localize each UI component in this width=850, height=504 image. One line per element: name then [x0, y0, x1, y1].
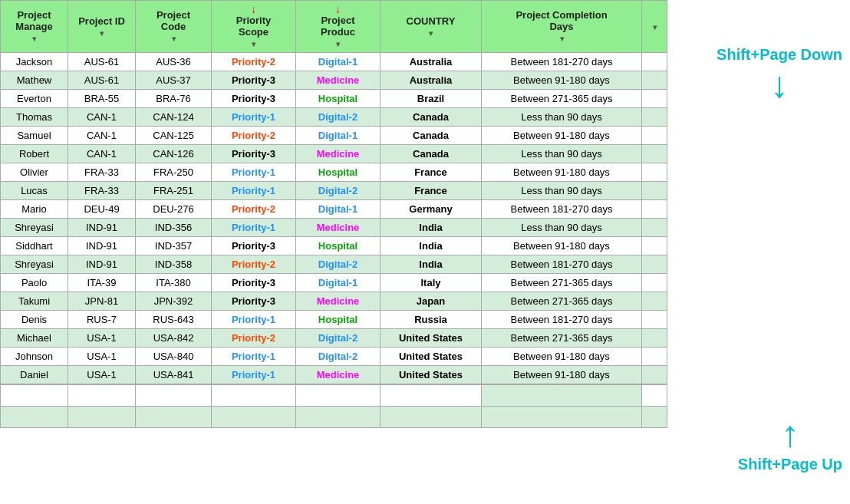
extra-cell [642, 90, 667, 108]
completion-cell: Less than 90 days [482, 182, 642, 200]
code-cell: USA-841 [136, 366, 212, 384]
product-cell: Hospital [296, 163, 381, 182]
table-row: MichaelUSA-1USA-842Priority-2Digital-2Un… [1, 329, 667, 348]
country-cell: Canada [381, 145, 482, 163]
col-header-country[interactable]: COUNTRY ▾ [381, 1, 482, 53]
priority-cell: Priority-1 [212, 108, 296, 127]
dropdown-icon[interactable]: ▾ [560, 35, 564, 43]
extra-cell [642, 311, 667, 329]
country-cell: India [381, 255, 482, 274]
table-row: ShreyasiIND-91IND-358Priority-2Digital-2… [1, 255, 667, 274]
priority-cell: Priority-3 [212, 237, 296, 255]
priority-cell: Priority-3 [212, 71, 296, 90]
code-cell: CAN-126 [136, 145, 212, 163]
country-cell: United States [381, 366, 482, 384]
dropdown-icon[interactable]: ▾ [32, 35, 36, 43]
dropdown-icon[interactable]: ▾ [252, 40, 255, 48]
manager-cell: Samuel [1, 127, 68, 145]
shift-page-up-hint: ↑ Shift+Page Up [738, 416, 842, 473]
dropdown-icon[interactable]: ▾ [172, 35, 176, 43]
code-cell: BRA-76 [136, 90, 212, 108]
manager-cell: Mathew [1, 71, 68, 90]
completion-cell: Between 91-180 days [482, 237, 642, 255]
code-cell: USA-842 [136, 329, 212, 348]
manager-cell: Michael [1, 329, 68, 348]
table-row: DenisRUS-7RUS-643Priority-1HospitalRussi… [1, 311, 667, 329]
arrow-up-icon: ↑ [781, 416, 799, 453]
extra-cell [642, 219, 667, 237]
country-cell: Japan [381, 292, 482, 311]
product-cell: Digital-2 [296, 329, 381, 348]
dropdown-icon[interactable]: ▾ [100, 29, 104, 38]
extra-cell [642, 108, 667, 127]
product-cell: Medicine [296, 71, 381, 90]
id-cell: USA-1 [68, 329, 136, 348]
manager-cell: Everton [1, 90, 68, 108]
id-cell: CAN-1 [68, 145, 136, 163]
col-header-project-code[interactable]: ProjectCode ▾ [136, 1, 212, 53]
priority-cell: Priority-2 [212, 329, 296, 348]
code-cell: CAN-125 [136, 127, 212, 145]
code-cell: IND-358 [136, 255, 212, 274]
table-row: RobertCAN-1CAN-126Priority-3MedicineCana… [1, 145, 667, 163]
product-cell: Digital-1 [296, 53, 381, 71]
manager-cell: Daniel [1, 366, 68, 384]
manager-cell: Takumi [1, 292, 68, 311]
dropdown-icon[interactable]: ▾ [429, 29, 433, 38]
extra-cell [642, 329, 667, 348]
shift-page-down-hint: Shift+Page Down ↓ [717, 46, 842, 104]
extra-cell [642, 53, 667, 71]
completion-cell: Between 181-270 days [482, 200, 642, 219]
col-header-project-product[interactable]: ↓ProjectProduc ▾ [296, 1, 381, 53]
id-cell: IND-91 [68, 237, 136, 255]
code-cell: JPN-392 [136, 292, 212, 311]
priority-cell: Priority-3 [212, 292, 296, 311]
table-row: SiddhartIND-91IND-357Priority-3HospitalI… [1, 237, 667, 255]
manager-cell: Paolo [1, 274, 68, 292]
code-cell: AUS-36 [136, 53, 212, 71]
code-cell: FRA-251 [136, 182, 212, 200]
table-row: SamuelCAN-1CAN-125Priority-2Digital-1Can… [1, 127, 667, 145]
table-row: PaoloITA-39ITA-380Priority-3Digital-1Ita… [1, 274, 667, 292]
table-row: JacksonAUS-61AUS-36Priority-2Digital-1Au… [1, 53, 667, 71]
id-cell: CAN-1 [68, 127, 136, 145]
manager-cell: Shreyasi [1, 219, 68, 237]
table-row: MarioDEU-49DEU-276Priority-2Digital-1Ger… [1, 200, 667, 219]
dropdown-icon[interactable]: ▾ [336, 40, 340, 48]
manager-cell: Shreyasi [1, 255, 68, 274]
code-cell: IND-356 [136, 219, 212, 237]
country-cell: France [381, 163, 482, 182]
completion-cell: Between 271-365 days [482, 329, 642, 348]
id-cell: DEU-49 [68, 200, 136, 219]
col-header-project-manager[interactable]: ProjectManage ▾ [1, 1, 68, 53]
shift-page-up-label: Shift+Page Up [738, 456, 842, 473]
priority-cell: Priority-1 [212, 348, 296, 366]
completion-cell: Between 181-270 days [482, 255, 642, 274]
extra-cell [642, 163, 667, 182]
code-cell: DEU-276 [136, 200, 212, 219]
country-cell: Italy [381, 274, 482, 292]
country-cell: India [381, 219, 482, 237]
col-header-priority-scope[interactable]: ↓PriorityScope ▾ [212, 1, 296, 53]
id-cell: AUS-61 [68, 53, 136, 71]
col-header-project-id[interactable]: Project ID ▾ [68, 1, 136, 53]
code-cell: ITA-380 [136, 274, 212, 292]
product-cell: Medicine [296, 292, 381, 311]
priority-cell: Priority-2 [212, 53, 296, 71]
table-row: DanielUSA-1USA-841Priority-1MedicineUnit… [1, 366, 667, 384]
code-cell: RUS-643 [136, 311, 212, 329]
product-cell: Medicine [296, 366, 381, 384]
product-cell: Medicine [296, 219, 381, 237]
priority-cell: Priority-1 [212, 366, 296, 384]
table-row: ThomasCAN-1CAN-124Priority-1Digital-2Can… [1, 108, 667, 127]
priority-cell: Priority-1 [212, 182, 296, 200]
completion-cell: Less than 90 days [482, 219, 642, 237]
table-row: LucasFRA-33FRA-251Priority-1Digital-2Fra… [1, 182, 667, 200]
extra-cell [642, 292, 667, 311]
col-header-project-completion[interactable]: Project CompletionDays ▾ [482, 1, 642, 53]
completion-cell: Less than 90 days [482, 145, 642, 163]
id-cell: ITA-39 [68, 274, 136, 292]
country-cell: India [381, 237, 482, 255]
priority-cell: Priority-1 [212, 311, 296, 329]
country-cell: Brazil [381, 90, 482, 108]
